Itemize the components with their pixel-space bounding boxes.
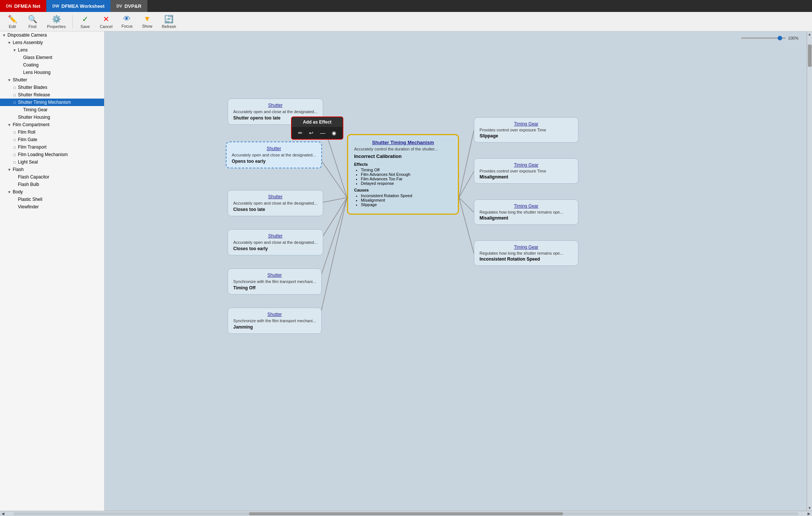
- sidebar-item-coating[interactable]: Coating: [0, 61, 104, 69]
- sidebar-item-shutter-housing[interactable]: Shutter Housing: [0, 114, 104, 121]
- popup-edit-icon[interactable]: ✏: [297, 129, 304, 137]
- zoom-slider-thumb[interactable]: [778, 36, 782, 40]
- effect-item: Delayed response: [361, 181, 452, 186]
- card-subtitle: Accurately open and close at the designa…: [233, 109, 318, 114]
- sidebar-item-film-gate[interactable]: □ Film Gate: [0, 136, 104, 143]
- sidebar-item-body[interactable]: ▼ Body: [0, 188, 104, 196]
- card-failure: Jamming: [233, 324, 316, 330]
- expander-icon: ▼: [7, 190, 12, 194]
- edit-button[interactable]: ✏️ Edit: [3, 13, 22, 30]
- cancel-label: Cancel: [100, 24, 112, 29]
- find-button[interactable]: 🔍 Find: [23, 13, 42, 30]
- scroll-left-arrow[interactable]: ◀: [0, 511, 6, 516]
- center-card[interactable]: Shutter Timing Mechanism Accurately cont…: [347, 134, 459, 215]
- focus-button[interactable]: 👁 Focus: [118, 13, 136, 30]
- scrollbar-track[interactable]: [13, 512, 799, 515]
- item-label: Shutter Housing: [17, 115, 50, 120]
- popup-header: Add as Effect: [292, 117, 343, 127]
- sidebar-item-flash[interactable]: ▼ Flash: [0, 166, 104, 173]
- bottom-scrollbar[interactable]: ◀ ▶: [0, 511, 812, 516]
- item-label: Shutter Blades: [17, 85, 47, 90]
- right-card-failure: Misalignment: [480, 215, 573, 221]
- sidebar-item-flash-capacitor[interactable]: Flash Capacitor: [0, 173, 104, 181]
- scrollbar-thumb[interactable]: [249, 512, 563, 515]
- popup-redo-icon[interactable]: ↩: [307, 129, 315, 137]
- sidebar-item-lens[interactable]: ▼ Lens: [0, 46, 104, 54]
- svg-line-3: [319, 198, 347, 242]
- zoom-control: 100%: [741, 36, 799, 40]
- item-label: Disposable Camera: [7, 32, 47, 38]
- left-card-lc3[interactable]: Shutter Accurately open and close at the…: [228, 190, 323, 216]
- scroll-right-arrow[interactable]: ▶: [806, 511, 812, 516]
- tab-dvpr[interactable]: DV DVP&R: [110, 0, 147, 12]
- sidebar-item-timing-gear[interactable]: Timing Gear: [0, 106, 104, 114]
- card-subtitle: Synchronize with the film transport mech…: [233, 318, 316, 323]
- sidebar-item-plastic-shell[interactable]: Plastic Shell: [0, 196, 104, 203]
- left-card-lc2[interactable]: Shutter Accurately open and close at the…: [226, 142, 322, 168]
- cause-item: Slippage: [361, 202, 452, 207]
- sidebar-item-disposable-camera[interactable]: ▼ Disposable Camera: [0, 31, 104, 39]
- expander-icon: □: [12, 86, 17, 90]
- tab-dfmea-worksheet[interactable]: DW DFMEA Worksheet: [46, 0, 110, 12]
- card-title: Shutter: [233, 273, 316, 278]
- focus-label: Focus: [121, 24, 132, 28]
- sidebar-item-lens-assembly[interactable]: ▼ Lens Assembly: [0, 39, 104, 46]
- tab-dn-badge: DN: [6, 4, 12, 8]
- expander-icon: ▼: [7, 78, 12, 82]
- sidebar-item-film-roll[interactable]: □ Film Roll: [0, 128, 104, 136]
- sidebar-item-shutter-timing-mechanism[interactable]: □ Shutter Timing Mechanism: [0, 99, 104, 106]
- refresh-label: Refresh: [162, 24, 176, 29]
- center-card-title: Shutter Timing Mechanism: [354, 140, 452, 145]
- right-scrollbar[interactable]: ▲ ▼: [807, 31, 812, 511]
- sidebar-item-glass-element[interactable]: Glass Element: [0, 54, 104, 61]
- card-title: Shutter: [233, 103, 318, 108]
- show-button[interactable]: ▼ Show: [138, 13, 156, 30]
- sidebar-item-viewfinder[interactable]: Viewfinder: [0, 203, 104, 211]
- left-card-lc5[interactable]: Shutter Synchronize with the film transp…: [228, 268, 322, 295]
- card-failure: Timing Off: [233, 285, 316, 290]
- right-card-rc4[interactable]: Timing Gear Regulates how long the shutt…: [474, 240, 578, 266]
- focus-icon: 👁: [123, 15, 131, 23]
- cancel-button[interactable]: ✕ Cancel: [96, 13, 116, 30]
- zoom-slider-track[interactable]: [741, 37, 786, 39]
- item-label: Flash Capacitor: [17, 174, 49, 180]
- show-label: Show: [142, 24, 153, 28]
- item-label: Lens: [17, 47, 28, 53]
- sidebar-item-light-seal[interactable]: □ Light Seal: [0, 158, 104, 166]
- right-scrollbar-thumb[interactable]: [808, 44, 812, 67]
- sidebar-item-flash-bulb[interactable]: Flash Bulb: [0, 181, 104, 188]
- sidebar-item-shutter-blades[interactable]: □ Shutter Blades: [0, 84, 104, 91]
- right-card-subtitle: Provides control over exposure Time: [480, 128, 573, 132]
- sidebar-item-film-transport[interactable]: □ Film Transport: [0, 143, 104, 151]
- item-label: Coating: [22, 62, 38, 68]
- right-card-rc2[interactable]: Timing Gear Provides control over exposu…: [474, 158, 578, 184]
- right-card-title: Timing Gear: [480, 245, 573, 250]
- svg-line-2: [319, 198, 347, 203]
- sidebar-item-film-compartment[interactable]: ▼ Film Compartment: [0, 121, 104, 128]
- context-popup[interactable]: Add as Effect ✏ ↩ — ◉: [291, 116, 343, 140]
- right-card-subtitle: Regulates how long the shutter remains o…: [480, 210, 573, 214]
- right-card-rc3[interactable]: Timing Gear Regulates how long the shutt…: [474, 199, 578, 225]
- item-label: Glass Element: [22, 55, 52, 60]
- left-card-lc4[interactable]: Shutter Accurately open and close at the…: [228, 229, 323, 255]
- tab-dfmea-net[interactable]: DN DFMEA Net: [0, 0, 46, 12]
- left-card-lc6[interactable]: Shutter Synchronize with the film transp…: [228, 308, 322, 334]
- effect-item: Timing Off: [361, 168, 452, 172]
- canvas-scroll[interactable]: 100% Add as Effect ✏ ↩ —: [104, 31, 812, 511]
- canvas-area[interactable]: 100% Add as Effect ✏ ↩ —: [104, 31, 812, 511]
- properties-button[interactable]: ⚙️ Properties: [43, 13, 69, 30]
- sidebar-item-lens-housing[interactable]: Lens Housing: [0, 69, 104, 76]
- expander-icon: □: [12, 130, 17, 134]
- sidebar-item-film-loading-mechanism[interactable]: □ Film Loading Mechanism: [0, 151, 104, 158]
- sidebar-item-shutter[interactable]: ▼ Shutter: [0, 76, 104, 84]
- card-title: Shutter: [233, 312, 316, 317]
- save-button[interactable]: ✓ Save: [76, 13, 94, 30]
- right-card-rc1[interactable]: Timing Gear Provides control over exposu…: [474, 117, 578, 143]
- right-card-title: Timing Gear: [480, 162, 573, 168]
- popup-minus-icon[interactable]: —: [319, 129, 327, 137]
- center-card-subtitle: Accurately control the duration of the s…: [354, 147, 452, 151]
- sidebar-item-shutter-release[interactable]: □ Shutter Release: [0, 91, 104, 99]
- refresh-button[interactable]: 🔄 Refresh: [158, 13, 180, 30]
- item-label: Lens Housing: [22, 70, 50, 75]
- popup-view-icon[interactable]: ◉: [330, 129, 338, 137]
